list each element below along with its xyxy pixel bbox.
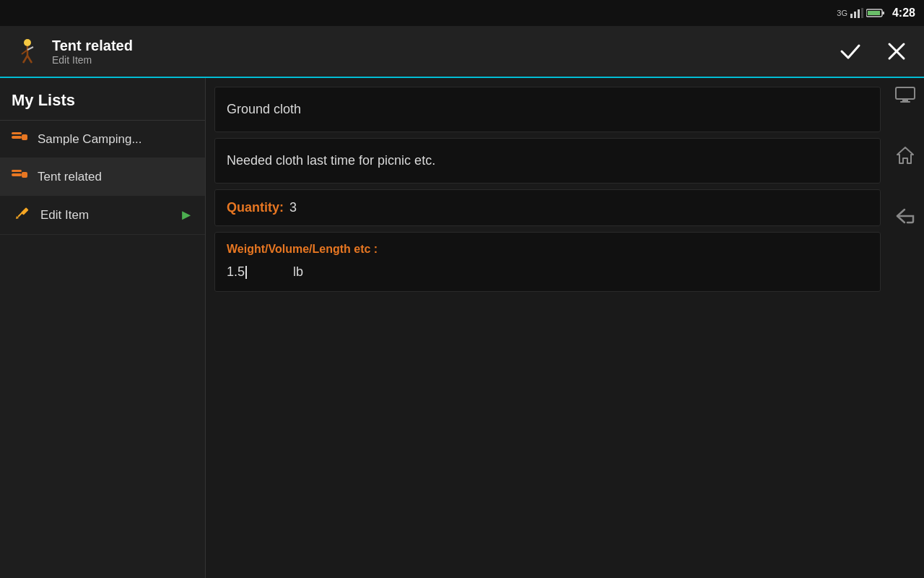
back-icon: [894, 208, 916, 224]
screen-icon: [895, 87, 915, 103]
list-arrow-icon-2: [12, 168, 29, 185]
svg-rect-20: [22, 172, 27, 178]
app-title: Tent related: [52, 38, 834, 54]
close-icon: [886, 41, 907, 61]
svg-rect-17: [22, 134, 27, 140]
quantity-block: Quantity: 3: [214, 189, 881, 226]
sidebar-header: My Lists: [0, 78, 205, 121]
right-panel: Quantity: 3 Weight/Volume/Length etc : 1…: [206, 78, 924, 578]
signal-bars-icon: [850, 8, 863, 18]
weight-number: 1.5: [227, 264, 245, 279]
content-area: Quantity: 3 Weight/Volume/Length etc : 1…: [206, 78, 924, 578]
sidebar-sub-item-label: Edit Item: [40, 208, 170, 223]
weight-inputs: 1.5 lb: [227, 264, 868, 280]
clock: 4:28: [892, 7, 915, 20]
app-subtitle: Edit Item: [52, 54, 834, 66]
status-bar: 3G 4:28: [0, 0, 924, 26]
svg-rect-24: [896, 87, 915, 99]
screen-tool-button[interactable]: [895, 87, 915, 103]
sidebar-item-tent-related[interactable]: Tent related: [0, 158, 205, 196]
svg-rect-2: [858, 9, 860, 18]
main-layout: My Lists Sample Camping... Tent related: [0, 78, 924, 578]
sidebar-item-label-2: Tent related: [38, 170, 102, 184]
list-arrow-icon-1: [12, 131, 29, 147]
text-cursor: [245, 266, 247, 279]
battery-icon: [866, 8, 885, 18]
svg-rect-21: [21, 207, 29, 215]
network-status: 3G: [837, 8, 885, 18]
chevron-right-icon: ►: [179, 207, 193, 223]
app-logo-icon: [13, 37, 42, 66]
svg-rect-26: [900, 101, 910, 103]
close-button[interactable]: [881, 35, 912, 67]
svg-rect-6: [868, 11, 880, 15]
svg-line-11: [23, 56, 27, 63]
action-bar: Tent related Edit Item: [0, 26, 924, 78]
item-name-block: [214, 87, 881, 132]
back-tool-button[interactable]: [894, 208, 916, 224]
sidebar-item-sample-camping[interactable]: Sample Camping...: [0, 121, 205, 158]
svg-rect-18: [12, 173, 22, 176]
svg-rect-19: [12, 170, 22, 172]
action-buttons: [834, 35, 912, 67]
svg-line-12: [27, 56, 32, 63]
svg-rect-1: [854, 12, 856, 18]
quantity-value: 3: [289, 200, 297, 215]
quantity-label: Quantity:: [227, 200, 284, 215]
home-tool-button[interactable]: [896, 146, 915, 165]
sidebar-sub-item-edit-item[interactable]: Edit Item ►: [0, 196, 205, 235]
svg-rect-0: [850, 14, 853, 18]
side-toolbar: [886, 78, 924, 578]
checkmark-icon: [839, 40, 862, 63]
svg-point-7: [24, 39, 31, 46]
weight-label: Weight/Volume/Length etc :: [227, 243, 868, 256]
item-name-input[interactable]: [215, 87, 880, 131]
svg-rect-16: [12, 132, 22, 134]
network-type: 3G: [837, 9, 847, 17]
description-input[interactable]: [215, 139, 880, 183]
pencil-icon: [14, 206, 32, 224]
svg-rect-3: [861, 8, 863, 18]
svg-marker-27: [897, 147, 913, 163]
weight-block: Weight/Volume/Length etc : 1.5 lb: [214, 232, 881, 292]
weight-value-display: 1.5: [227, 264, 247, 280]
description-block: [214, 138, 881, 184]
sidebar-item-label-1: Sample Camping...: [38, 132, 142, 147]
sidebar: My Lists Sample Camping... Tent related: [0, 78, 206, 578]
svg-rect-5: [882, 12, 884, 14]
svg-rect-15: [12, 136, 22, 139]
app-icon: [12, 35, 43, 67]
title-group: Tent related Edit Item: [52, 38, 834, 66]
weight-unit: lb: [293, 264, 303, 280]
confirm-button[interactable]: [834, 35, 866, 67]
home-icon: [896, 146, 915, 165]
